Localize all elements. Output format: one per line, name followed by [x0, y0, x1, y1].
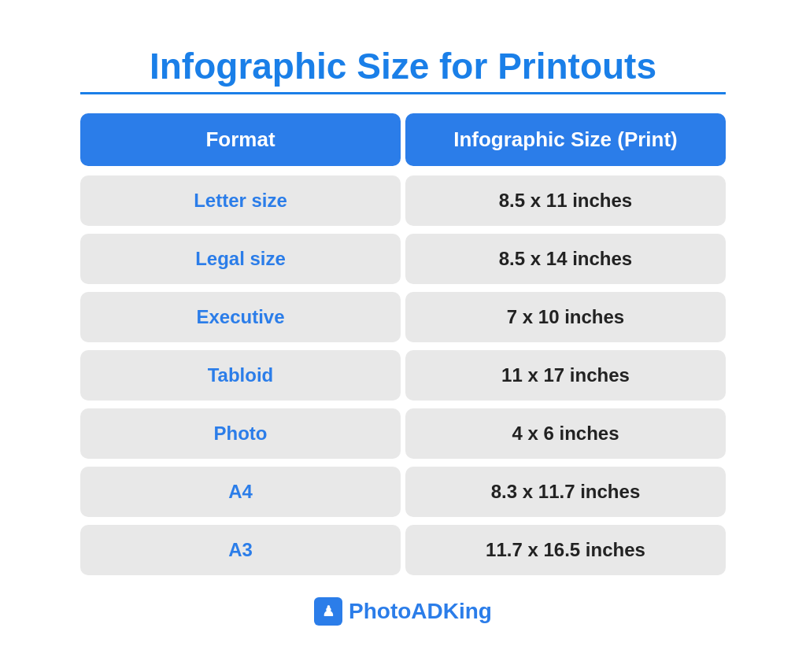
brand-blue: Photo [349, 599, 411, 623]
header-size: Infographic Size (Print) [405, 113, 726, 166]
header-format: Format [80, 113, 401, 166]
main-container: Infographic Size for Printouts Format In… [65, 23, 741, 650]
table-row: Legal size8.5 x 14 inches [80, 234, 726, 284]
format-cell-1: Legal size [80, 234, 401, 284]
size-cell-2: 7 x 10 inches [405, 292, 726, 342]
info-table: Format Infographic Size (Print) Letter s… [80, 113, 726, 575]
format-cell-0: Letter size [80, 175, 401, 226]
size-cell-0: 8.5 x 11 inches [405, 175, 726, 226]
table-row: A311.7 x 16.5 inches [80, 525, 726, 575]
table-header-row: Format Infographic Size (Print) [80, 113, 726, 166]
table-row: Photo4 x 6 inches [80, 408, 726, 459]
size-cell-4: 4 x 6 inches [405, 408, 726, 459]
size-cell-6: 11.7 x 16.5 inches [405, 525, 726, 575]
table-row: Executive7 x 10 inches [80, 292, 726, 342]
format-cell-3: Tabloid [80, 350, 401, 401]
page-title: Infographic Size for Printouts [80, 46, 726, 87]
format-cell-4: Photo [80, 408, 401, 459]
format-cell-5: A4 [80, 467, 401, 517]
size-cell-3: 11 x 17 inches [405, 350, 726, 401]
format-cell-6: A3 [80, 525, 401, 575]
footer: ♟ PhotoADKing [80, 597, 726, 626]
format-cell-2: Executive [80, 292, 401, 342]
table-row: A48.3 x 11.7 inches [80, 467, 726, 517]
size-cell-5: 8.3 x 11.7 inches [405, 467, 726, 517]
title-divider [80, 92, 726, 94]
brand-name: PhotoADKing [349, 599, 492, 624]
brand-black-adk: ADK [411, 599, 459, 623]
brand-blue-i: i [459, 599, 465, 623]
brand-black-ng: ng [465, 599, 492, 623]
table-row: Letter size8.5 x 11 inches [80, 175, 726, 226]
size-cell-1: 8.5 x 14 inches [405, 234, 726, 284]
table-row: Tabloid11 x 17 inches [80, 350, 726, 401]
brand-icon: ♟ [314, 597, 342, 626]
table-body: Letter size8.5 x 11 inchesLegal size8.5 … [80, 175, 726, 575]
